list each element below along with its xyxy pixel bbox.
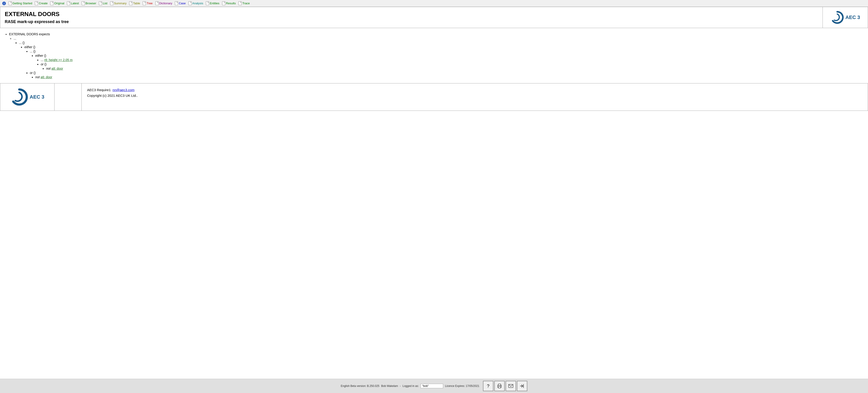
dictionary-doc-icon (155, 1, 159, 5)
latest-doc-icon (67, 1, 70, 5)
entities-doc-icon (206, 1, 209, 5)
svg-point-3 (500, 386, 501, 386)
info-icon: i (2, 2, 6, 5)
r8-link[interactable]: r8: height >= 2.05 m (44, 58, 73, 62)
nav-list[interactable]: List (98, 1, 108, 6)
nav-latest[interactable]: Latest (66, 1, 80, 6)
email-button[interactable] (505, 381, 516, 391)
trace-label: Trace (242, 2, 250, 5)
aec3-logo-icon (831, 11, 844, 24)
results-label: Results (226, 2, 236, 5)
print-button[interactable] (494, 381, 505, 391)
footer-email-link[interactable]: nn@aec3.com (113, 88, 134, 92)
tree-root-item: EXTERNAL DOORS expects ... ... () either… (9, 32, 864, 79)
aec3-logo-text: AEC 3 (845, 14, 860, 20)
user-label: Bob Wakelam (381, 384, 398, 388)
nav-entities[interactable]: Entities (205, 1, 220, 6)
nav-getting-started[interactable]: Getting Started (8, 1, 33, 6)
create-doc-icon (35, 1, 38, 5)
create-label: Create (39, 2, 48, 5)
footer-empty-cell (55, 84, 82, 110)
svg-rect-2 (498, 384, 501, 386)
tree-or-1: or () not a8: door (41, 62, 864, 70)
exit-button[interactable] (517, 381, 527, 391)
tree-root-list: EXTERNAL DOORS expects ... ... () either… (4, 32, 864, 79)
tree-level2: ... () either () ... () (13, 41, 864, 79)
tree-either-1: either () ... () either () (25, 45, 864, 79)
nav-trace[interactable]: Trace (238, 1, 251, 6)
table-doc-icon (129, 1, 132, 5)
original-doc-icon (50, 1, 53, 5)
analysis-label: Analysis (192, 2, 203, 5)
nav-tree[interactable]: Tree (142, 1, 153, 6)
summary-label: Summary (114, 2, 127, 5)
tree-level4: ... () either () ... r8: hei (25, 50, 864, 79)
latest-label: Latest (71, 2, 79, 5)
root-node-label: EXTERNAL DOORS expects (9, 32, 50, 36)
entities-label: Entities (210, 2, 219, 5)
tree-either-2: either () ... r8: height >= 2.05 m (35, 54, 864, 70)
page-title: EXTERNAL DOORS (5, 11, 818, 18)
print-icon (497, 383, 502, 389)
nav-browser[interactable]: Browser (81, 1, 97, 6)
nav-case[interactable]: Case (174, 1, 186, 6)
tree-section: EXTERNAL DOORS expects ... ... () either… (0, 28, 868, 83)
nav-original[interactable]: Original (49, 1, 65, 6)
a6-link[interactable]: a6: door (40, 75, 52, 79)
browser-label: Browser (86, 2, 96, 5)
table-label: Table (133, 2, 140, 5)
licence-label: Licence Expires: 17/05/2021 (445, 384, 479, 388)
tree-level5: either () ... r8: height >= 2.05 m (30, 54, 864, 70)
email-icon (508, 383, 514, 389)
tree-level3: either () ... () either () (19, 45, 864, 79)
footer-content: AEC 3 AEC3 Require1 nn@aec3.com Copyrigh… (0, 83, 868, 111)
list-label: List (103, 2, 107, 5)
case-label: Case (179, 2, 186, 5)
nav-table[interactable]: Table (128, 1, 141, 6)
status-text: English Beta version: B.250.025 Bob Wake… (341, 384, 479, 388)
svg-rect-1 (498, 387, 501, 388)
tree-r8-node: ... r8: height >= 2.05 m (41, 58, 864, 62)
logged-in-label: Logged in as: (402, 384, 419, 388)
browser-doc-icon (82, 1, 85, 5)
tree-level1: ... ... () either () ... () (9, 37, 864, 79)
nav-results[interactable]: Results (221, 1, 237, 6)
nav-create[interactable]: Create (34, 1, 49, 6)
nav-analysis[interactable]: Analysis (188, 1, 204, 6)
nav-dictionary[interactable]: Dictionary (155, 1, 173, 6)
username-input[interactable] (421, 384, 443, 388)
footer-company-label: AEC3 Require1 (87, 88, 111, 92)
header-section: EXTERNAL DOORS RASE mark-up expressed as… (0, 7, 868, 28)
footer-aec3-logo: AEC 3 (10, 88, 44, 106)
tree-ellipsis-1: ... ... () either () ... () (13, 37, 864, 79)
main-content: EXTERNAL DOORS RASE mark-up expressed as… (0, 7, 868, 379)
version-label: English Beta version: B.250.025 (341, 384, 379, 388)
tree-level5b: not a6: door (30, 75, 864, 79)
footer-company-line: AEC3 Require1 nn@aec3.com (87, 88, 862, 92)
info-nav-item[interactable]: i (1, 1, 7, 6)
footer-aec3-logo-icon (10, 88, 28, 106)
nav-summary[interactable]: Summary (109, 1, 128, 6)
footer-copyright: Copyright (c) 2021 AEC3 UK Ltd.. (87, 94, 862, 97)
tree-dots-item: ... () either () ... () (19, 41, 864, 79)
status-bar: English Beta version: B.250.025 Bob Wake… (0, 379, 868, 393)
analysis-doc-icon (188, 1, 192, 5)
aec3-logo: AEC 3 (831, 11, 860, 24)
separator: - (400, 384, 401, 388)
tree-not-a8: not a8: door (46, 67, 864, 70)
results-doc-icon (222, 1, 225, 5)
header-text: EXTERNAL DOORS RASE mark-up expressed as… (0, 7, 823, 28)
tree-or-2: or () not a6: door (30, 71, 864, 79)
summary-doc-icon (110, 1, 113, 5)
footer-aec3-logo-text: AEC 3 (30, 94, 44, 100)
dictionary-label: Dictionary (159, 2, 173, 5)
getting-started-label: Getting Started (12, 2, 32, 5)
footer-logo-cell: AEC 3 (0, 84, 55, 110)
page-subtitle: RASE mark-up expressed as tree (5, 20, 818, 24)
tree-dots-2: ... () either () ... r8: hei (30, 50, 864, 70)
tree-doc-icon (143, 1, 146, 5)
a8-link[interactable]: a8: door (51, 67, 63, 70)
trace-doc-icon (239, 1, 242, 5)
case-doc-icon (175, 1, 178, 5)
help-button[interactable]: ? (483, 381, 493, 391)
